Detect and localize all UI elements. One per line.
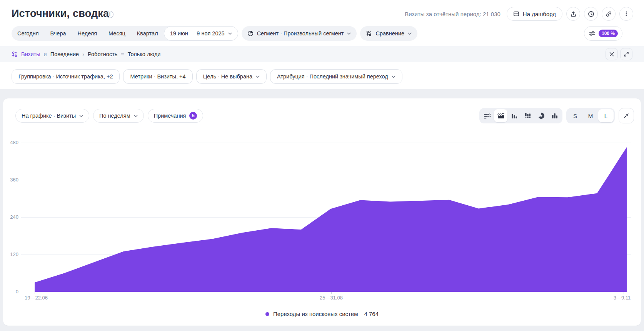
- report-header-section: Источники, сводка i Визиты за отчётный п…: [0, 0, 644, 89]
- metrica-sources-summary-page: Источники, сводка i Визиты за отчётный п…: [0, 0, 644, 331]
- comparison-label: Сравнение: [375, 30, 404, 37]
- legend-series-total: 4 764: [364, 311, 379, 317]
- gridline-0: [21, 292, 631, 292]
- expand-icon: [624, 52, 629, 57]
- header-actions: Визиты за отчётный период: 21 030 На даш…: [405, 7, 633, 21]
- x-axis-tickmark: [331, 292, 332, 294]
- legend-item-search-traffic[interactable]: Переходы из поисковых систем 4 764: [265, 311, 379, 317]
- granularity-selector[interactable]: По неделям: [93, 109, 144, 123]
- kebab-icon: [623, 11, 629, 17]
- add-to-dashboard-button[interactable]: На дашборд: [507, 7, 562, 21]
- y-axis-tick: 240: [3, 214, 18, 220]
- chevron-down-icon: [408, 32, 412, 35]
- export-button[interactable]: [566, 7, 580, 21]
- granularity-label: По неделям: [99, 113, 130, 119]
- chart-controls-left: На графике · Визиты По неделям Примечани…: [15, 109, 203, 123]
- size-s-button[interactable]: S: [567, 109, 583, 122]
- compare-icon: [366, 30, 372, 37]
- tab-quarter[interactable]: Квартал: [131, 26, 164, 41]
- conjunction-label: и: [44, 51, 47, 57]
- legend-row: Переходы из поисковых систем 4 764: [3, 311, 641, 317]
- y-axis-tick: 360: [3, 177, 18, 183]
- collapse-icon: [624, 113, 629, 118]
- area-chart-plot[interactable]: [21, 143, 631, 292]
- condition-attribute[interactable]: Роботность: [88, 51, 117, 57]
- clock-icon: [588, 11, 594, 17]
- condition-value[interactable]: Только люди: [128, 51, 161, 57]
- area-chart-type-button[interactable]: [494, 109, 507, 122]
- area-series: [35, 147, 627, 292]
- goal-chip-label: Цель · Не выбрана: [203, 73, 252, 80]
- attribution-chip[interactable]: Атрибуция · Последний значимый переход: [270, 69, 402, 84]
- expand-button[interactable]: [620, 48, 632, 60]
- tab-month[interactable]: Месяц: [103, 26, 131, 41]
- chart-card: На графике · Визиты По неделям Примечани…: [3, 98, 641, 326]
- stacked-bar-chart-type-button[interactable]: [521, 109, 534, 122]
- notes-label: Примечания: [154, 113, 186, 119]
- period-toolbar: Сегодня Вчера Неделя Месяц Квартал 19 ию…: [12, 26, 633, 41]
- segment-selector[interactable]: Сегмент · Произвольный сегмент: [242, 26, 357, 41]
- chart-controls-row: На графике · Визиты По неделям Примечани…: [15, 108, 634, 123]
- chart-controls-right: S M L: [479, 108, 634, 123]
- more-menu-button[interactable]: [619, 7, 633, 21]
- sampling-settings-button[interactable]: 100 %: [584, 26, 622, 41]
- histogram-chart-type-button[interactable]: [548, 109, 561, 122]
- chevron-down-icon: [228, 32, 232, 35]
- y-axis-tick: 0: [3, 289, 18, 294]
- y-axis-tick: 480: [3, 140, 18, 145]
- history-button[interactable]: [584, 7, 598, 21]
- copy-link-button[interactable]: [602, 7, 616, 21]
- metrics-chip[interactable]: Метрики · Визиты, +4: [123, 69, 192, 84]
- chart-type-switcher: [479, 108, 562, 123]
- pie-chart-type-button[interactable]: [534, 109, 548, 122]
- notes-toggle[interactable]: Примечания 5: [148, 109, 204, 123]
- bar-chart-type-button[interactable]: [507, 109, 521, 122]
- x-axis-label: 3—9.11: [614, 295, 631, 301]
- legend-dot: [265, 312, 269, 316]
- size-m-button[interactable]: M: [583, 109, 598, 122]
- pie-segment-icon: [247, 30, 254, 37]
- tab-yesterday[interactable]: Вчера: [45, 26, 72, 41]
- on-chart-metric-selector[interactable]: На графике · Визиты: [15, 109, 89, 123]
- breadcrumb-separator: ›: [82, 51, 84, 57]
- condition-group[interactable]: Поведение: [50, 51, 79, 57]
- link-icon: [606, 11, 612, 17]
- grouping-chip[interactable]: Группировка · Источник трафика, +2: [12, 69, 120, 84]
- dashboard-icon: [513, 11, 519, 17]
- header-row: Источники, сводка i Визиты за отчётный п…: [0, 7, 644, 22]
- attribution-chip-label: Атрибуция · Последний значимый переход: [277, 73, 388, 80]
- legend-series-name: Переходы из поисковых систем: [273, 311, 358, 317]
- info-icon[interactable]: i: [106, 11, 113, 18]
- metric-visits-link[interactable]: Визиты: [21, 51, 40, 57]
- segmentation-band-actions: [606, 48, 632, 60]
- x-axis-tickmark: [624, 292, 624, 294]
- period-tabs-group: Сегодня Вчера Неделя Месяц Квартал 19 ию…: [12, 26, 238, 41]
- size-l-button[interactable]: L: [598, 109, 614, 122]
- sampling-badge: 100 %: [599, 30, 618, 37]
- segment-label: Сегмент · Произвольный сегмент: [257, 30, 344, 37]
- x-axis-label: 25—31.08: [320, 295, 343, 301]
- notes-count-badge: 5: [189, 112, 197, 120]
- remove-condition-button[interactable]: [606, 48, 618, 60]
- report-settings-chips: Группировка · Источник трафика, +2 Метри…: [12, 69, 402, 84]
- segmentation-condition: Визиты и Поведение › Роботность = Только…: [12, 46, 160, 62]
- chevron-down-icon: [256, 75, 260, 78]
- chart-size-switcher: S M L: [566, 108, 615, 123]
- tab-today[interactable]: Сегодня: [12, 26, 45, 41]
- on-chart-metric-label: На графике · Визиты: [22, 113, 76, 119]
- filter-metric-icon: [12, 51, 18, 57]
- goal-chip[interactable]: Цель · Не выбрана: [196, 69, 267, 84]
- dashboard-button-label: На дашборд: [523, 11, 556, 17]
- collapse-chart-button[interactable]: [619, 108, 634, 123]
- tab-week[interactable]: Неделя: [72, 26, 103, 41]
- y-axis-tick: 120: [3, 251, 18, 257]
- date-range-selector[interactable]: 19 июн — 9 ноя 2025: [164, 26, 238, 41]
- x-axis-label: 19—22.06: [25, 295, 48, 301]
- comparison-selector[interactable]: Сравнение: [360, 26, 417, 41]
- sliders-icon: [589, 30, 596, 37]
- page-title: Источники, сводка: [12, 8, 109, 20]
- segmentation-band: Визиты и Поведение › Роботность = Только…: [0, 46, 644, 62]
- chevron-down-icon: [79, 115, 83, 117]
- line-chart-type-button[interactable]: [480, 109, 494, 122]
- metrics-chip-label: Метрики · Визиты, +4: [130, 73, 185, 80]
